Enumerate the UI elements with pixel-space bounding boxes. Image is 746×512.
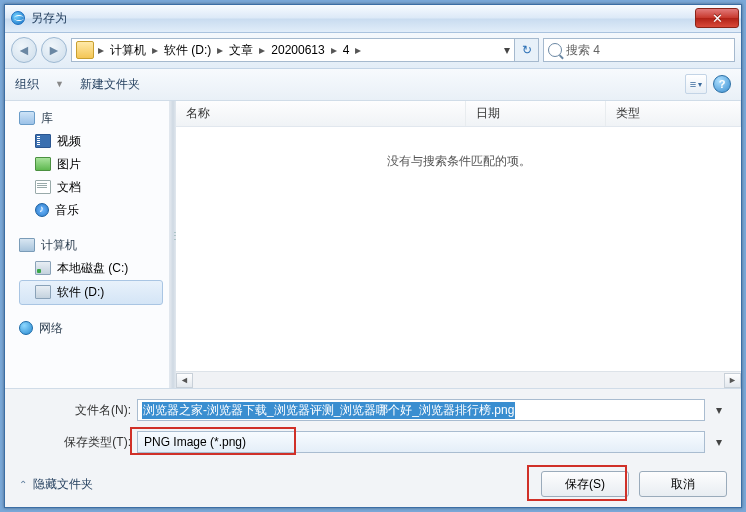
back-button[interactable]: ◄ [11,37,37,63]
filetype-dropdown[interactable]: ▾ [711,435,727,449]
tree-disk-c[interactable]: 本地磁盘 (C:) [19,257,169,280]
tree-computer[interactable]: 计算机 [19,234,169,257]
new-folder-button[interactable]: 新建文件夹 [80,76,140,93]
split-pane: 库 视频 图片 文档 音乐 计算机 本地磁盘 (C:) 软件 (D:) 网络 名… [5,101,741,390]
tree-network[interactable]: 网络 [19,317,169,340]
filename-input[interactable]: 浏览器之家-浏览器下载_浏览器评测_浏览器哪个好_浏览器排行榜.png [137,399,705,421]
crumb-date[interactable]: 20200613 [267,39,328,61]
window-title: 另存为 [31,10,67,27]
footer: ⌃ 隐藏文件夹 保存(S) 取消 [5,461,741,507]
filetype-label: 保存类型(T): [19,434,131,451]
tree-documents[interactable]: 文档 [19,176,169,199]
forward-button[interactable]: ► [41,37,67,63]
filetype-value: PNG Image (*.png) [144,435,246,449]
titlebar[interactable]: 另存为 ✕ [5,5,741,33]
empty-message: 没有与搜索条件匹配的项。 [176,127,741,372]
tree-pictures[interactable]: 图片 [19,153,169,176]
splitter[interactable] [170,101,176,389]
crumb-articles[interactable]: 文章 [225,39,257,61]
organize-menu[interactable]: 组织 [15,76,39,93]
help-button[interactable]: ? [713,75,731,93]
refresh-button[interactable]: ↻ [514,39,538,61]
close-button[interactable]: ✕ [695,8,739,28]
tree-disk-d[interactable]: 软件 (D:) [19,280,163,305]
crumb-computer[interactable]: 计算机 [106,39,150,61]
input-area: 文件名(N): 浏览器之家-浏览器下载_浏览器评测_浏览器哪个好_浏览器排行榜.… [5,389,741,461]
save-button[interactable]: 保存(S) [541,471,629,497]
search-placeholder: 搜索 4 [566,42,600,59]
column-headers: 名称 日期 类型 [176,101,741,127]
crumb-d[interactable]: 软件 (D:) [160,39,215,61]
save-as-dialog: 另存为 ✕ ◄ ► ▸计算机 ▸软件 (D:) ▸文章 ▸20200613 ▸4… [4,4,742,508]
crumb-4[interactable]: 4 [339,39,354,61]
col-date[interactable]: 日期 [466,101,606,126]
nav-tree: 库 视频 图片 文档 音乐 计算机 本地磁盘 (C:) 软件 (D:) 网络 [5,101,170,389]
folder-icon [76,41,94,59]
filetype-select[interactable]: PNG Image (*.png) [137,431,705,453]
filename-label: 文件名(N): [19,402,131,419]
col-name[interactable]: 名称 [176,101,466,126]
view-button[interactable]: ≡ ▾ [685,74,707,94]
tree-libraries[interactable]: 库 [19,107,169,130]
filename-dropdown[interactable]: ▾ [711,403,727,417]
scroll-right[interactable]: ► [724,373,741,388]
col-type[interactable]: 类型 [606,101,741,126]
hide-folders-toggle[interactable]: ⌃ 隐藏文件夹 [19,476,93,493]
filename-value: 浏览器之家-浏览器下载_浏览器评测_浏览器哪个好_浏览器排行榜.png [142,402,515,419]
chevron-icon: ⌃ [19,479,27,490]
tree-music[interactable]: 音乐 [19,199,169,222]
tree-videos[interactable]: 视频 [19,130,169,153]
nav-bar: ◄ ► ▸计算机 ▸软件 (D:) ▸文章 ▸20200613 ▸4 ▸ ▾ ↻… [5,33,741,69]
ie-icon [11,11,25,25]
scroll-left[interactable]: ◄ [176,373,193,388]
search-input[interactable]: 搜索 4 [543,38,735,62]
cancel-button[interactable]: 取消 [639,471,727,497]
address-bar[interactable]: ▸计算机 ▸软件 (D:) ▸文章 ▸20200613 ▸4 ▸ ▾ ↻ [71,38,539,62]
toolbar: 组织 ▼ 新建文件夹 ≡ ▾ ? [5,69,741,101]
file-list: 名称 日期 类型 没有与搜索条件匹配的项。 ◄ ► [176,101,741,389]
h-scrollbar[interactable]: ◄ ► [176,371,741,388]
search-icon [548,43,562,57]
